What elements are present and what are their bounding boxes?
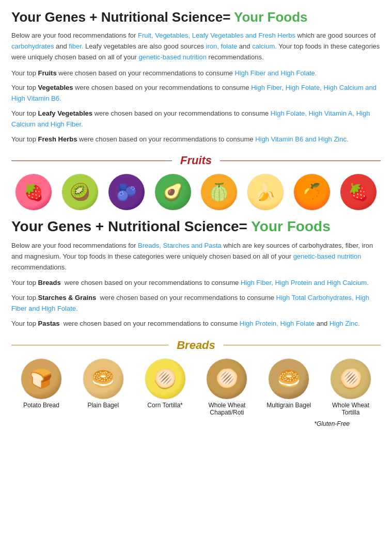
rec-breads-line: Your top Breads were chosen based on you…: [11, 278, 381, 289]
multigrain-bagel-icon: 🥯: [268, 358, 309, 400]
fruit-kiwi: 🥝: [61, 173, 99, 213]
fruit-cantaloupe: 🍈: [200, 173, 238, 213]
fruit-blackberry: 🫐: [108, 173, 145, 213]
papaya-icon: 🍊: [293, 173, 331, 211]
avocado-icon: 🥑: [154, 173, 192, 211]
fruits-section-title: Fruits: [180, 154, 212, 167]
bread-wheat-tortilla: 🫓 Whole Wheat Tortilla: [325, 358, 377, 416]
fruit-raspberry: 🍓: [15, 173, 52, 213]
fruits-row: 🍓 🥝 🫐 🥑 🍈 🍌 🍊: [11, 173, 381, 213]
fruits-divider: Fruits: [11, 154, 381, 167]
banana-icon: 🍌: [247, 173, 284, 211]
raspberry-icon: 🍓: [15, 173, 52, 211]
fruit-banana: 🍌: [247, 173, 284, 213]
strawberry-icon: 🍓: [340, 173, 377, 211]
chapati-icon: 🫓: [206, 358, 247, 400]
page2-title-black: Your Genes + Nutritional Science=: [11, 218, 251, 234]
fruit-papaya: 🍊: [293, 173, 331, 213]
divider-line-left: [11, 161, 172, 162]
corn-tortilla-icon: 🫓: [145, 358, 186, 400]
bread-multigrain-bagel: 🥯 Multigrain Bagel: [263, 358, 315, 409]
potato-bread-icon: 🍞: [21, 358, 62, 400]
corn-tortilla-label: Corn Tortilla*: [147, 402, 182, 409]
rec-fruits-line: Your top Fruits were chosen based on you…: [11, 68, 381, 79]
plain-bagel-icon: 🥯: [83, 358, 124, 400]
gluten-free-note: *Gluten-Free: [11, 420, 350, 427]
page2-section: Your Genes + Nutritional Science= Your F…: [11, 218, 381, 427]
kiwi-icon: 🥝: [61, 173, 99, 211]
bread-corn-tortilla: 🫓 Corn Tortilla*: [139, 358, 191, 409]
wheat-tortilla-label: Whole Wheat Tortilla: [332, 402, 369, 416]
bread-plain-bagel: 🥯 Plain Bagel: [77, 358, 129, 409]
rec-vegetables-line: Your top Vegetables were chosen based on…: [11, 83, 381, 104]
title-black: Your Genes + Nutritional Science=: [11, 9, 234, 25]
page2-title-green: Your Foods: [251, 218, 330, 234]
fruit-avocado: 🥑: [154, 173, 192, 213]
cantaloupe-icon: 🍈: [200, 173, 238, 211]
breads-divider-line-left: [11, 345, 168, 346]
potato-bread-label: Potato Bread: [23, 402, 59, 409]
breads-row: 🍞 Potato Bread 🥯 Plain Bagel 🫓 Corn Tort…: [11, 358, 381, 416]
breads-section-title: Breads: [177, 339, 215, 352]
page2-title: Your Genes + Nutritional Science= Your F…: [11, 218, 381, 235]
page1-intro: Below are your food recommendations for …: [11, 30, 381, 62]
bread-chapati: 🫓 Whole Wheat Chapati/Roti: [201, 358, 253, 416]
rec-pastas-line: Your top Pastas were chosen based on you…: [11, 319, 381, 329]
chapati-label: Whole Wheat Chapati/Roti: [208, 402, 245, 416]
divider-line-right: [220, 161, 381, 162]
multigrain-bagel-label: Multigrain Bagel: [266, 402, 311, 409]
wheat-tortilla-icon: 🫓: [330, 358, 371, 400]
plain-bagel-label: Plain Bagel: [87, 402, 119, 409]
bread-potato: 🍞 Potato Bread: [15, 358, 67, 409]
blackberry-icon: 🫐: [108, 173, 145, 211]
page1-title: Your Genes + Nutritional Science= Your F…: [11, 9, 381, 25]
breads-divider: Breads: [11, 339, 381, 352]
rec-starches-line: Your top Starches & Grains were chosen b…: [11, 293, 381, 314]
rec-herbs-line: Your top Fresh Herbs were chosen based o…: [11, 134, 381, 145]
rec-leafy-line: Your top Leafy Vegetables were chosen ba…: [11, 108, 381, 130]
page1-section: Your Genes + Nutritional Science= Your F…: [11, 9, 381, 213]
title-green: Your Foods: [234, 9, 308, 25]
page2-intro: Below are your food recommendations for …: [11, 241, 381, 273]
fruit-strawberry: 🍓: [340, 173, 377, 213]
breads-divider-line-right: [224, 345, 381, 346]
